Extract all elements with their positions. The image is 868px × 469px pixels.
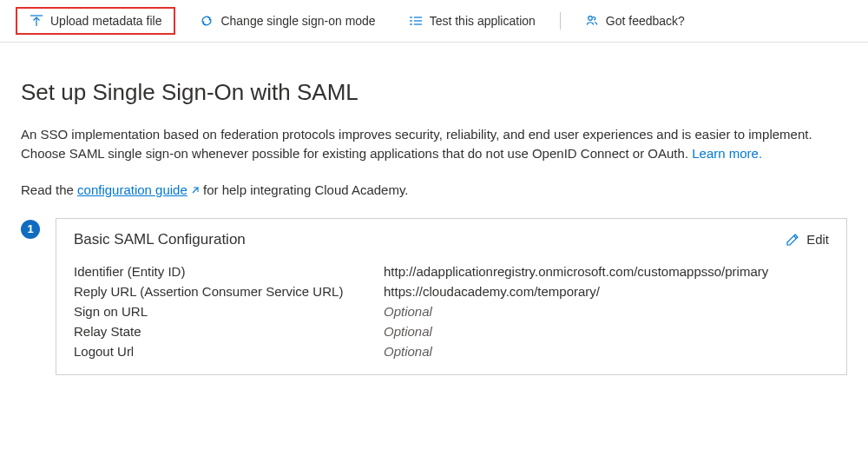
feedback-button[interactable]: Got feedback? bbox=[576, 9, 694, 33]
configuration-guide-link[interactable]: configuration guide bbox=[77, 182, 200, 197]
svg-line-9 bbox=[193, 188, 198, 193]
upload-icon bbox=[30, 14, 43, 28]
step-number-badge: 1 bbox=[21, 220, 40, 239]
toolbar: Upload metadata file Change single sign-… bbox=[0, 0, 868, 43]
change-sso-mode-button[interactable]: Change single sign-on mode bbox=[191, 9, 384, 33]
intro-text: An SSO implementation based on federatio… bbox=[21, 125, 847, 163]
test-application-label: Test this application bbox=[430, 14, 536, 28]
card-header: Basic SAML Configuration Edit bbox=[74, 231, 829, 248]
card-title: Basic SAML Configuration bbox=[74, 231, 246, 248]
learn-more-link[interactable]: Learn more. bbox=[692, 146, 762, 161]
external-link-icon bbox=[189, 186, 200, 196]
test-app-icon bbox=[409, 14, 423, 28]
identifier-label: Identifier (Entity ID) bbox=[74, 264, 373, 279]
page-title: Set up Single Sign-On with SAML bbox=[21, 79, 847, 106]
basic-saml-config-card: Basic SAML Configuration Edit Identifier… bbox=[56, 218, 847, 375]
main-content: Set up Single Sign-On with SAML An SSO i… bbox=[0, 43, 868, 396]
svg-point-8 bbox=[589, 17, 593, 21]
reply-url-value: https://cloudacademy.com/temporary/ bbox=[384, 284, 829, 299]
logout-url-label: Logout Url bbox=[74, 344, 373, 359]
logout-url-value: Optional bbox=[384, 344, 829, 359]
svg-line-10 bbox=[794, 235, 797, 238]
relay-state-value: Optional bbox=[384, 324, 829, 339]
pencil-icon bbox=[786, 233, 799, 247]
upload-metadata-button[interactable]: Upload metadata file bbox=[16, 7, 175, 35]
feedback-icon bbox=[585, 14, 599, 28]
feedback-label: Got feedback? bbox=[606, 14, 685, 28]
guide-prefix: Read the bbox=[21, 182, 77, 197]
change-sso-mode-label: Change single sign-on mode bbox=[220, 14, 375, 28]
sign-on-url-label: Sign on URL bbox=[74, 304, 373, 319]
relay-state-label: Relay State bbox=[74, 324, 373, 339]
edit-label: Edit bbox=[806, 232, 829, 247]
edit-button[interactable]: Edit bbox=[786, 232, 829, 247]
sign-on-url-value: Optional bbox=[384, 304, 829, 319]
change-mode-icon bbox=[200, 14, 214, 28]
reply-url-label: Reply URL (Assertion Consumer Service UR… bbox=[74, 284, 373, 299]
saml-fields-table: Identifier (Entity ID) http://adapplicat… bbox=[74, 264, 829, 359]
toolbar-separator bbox=[560, 12, 561, 30]
identifier-value: http://adapplicationregistry.onmicrosoft… bbox=[384, 264, 829, 279]
upload-metadata-label: Upload metadata file bbox=[50, 14, 161, 28]
step-1-row: 1 Basic SAML Configuration Edit Identifi… bbox=[21, 218, 847, 375]
guide-row: Read the configuration guide for help in… bbox=[21, 182, 847, 197]
guide-suffix: for help integrating Cloud Academy. bbox=[200, 182, 409, 197]
test-application-button[interactable]: Test this application bbox=[400, 9, 544, 33]
